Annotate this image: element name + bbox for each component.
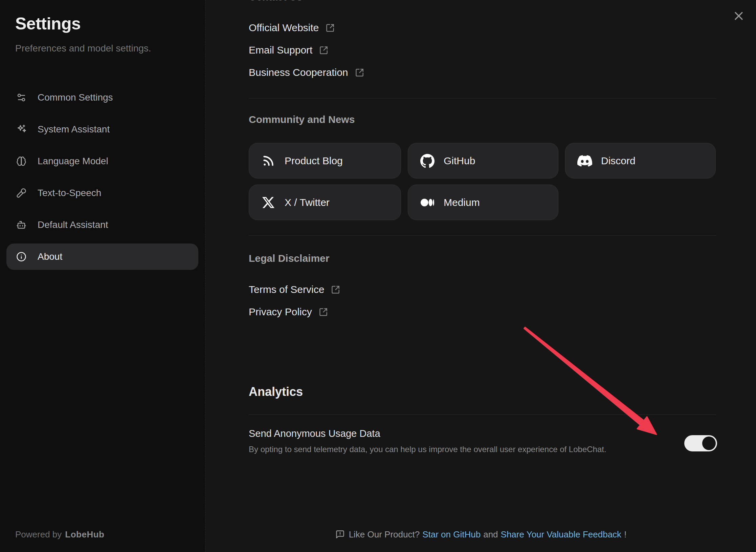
info-icon bbox=[16, 252, 26, 262]
product-footer: Like Our Product?Star on GitHubandShare … bbox=[206, 528, 756, 540]
button-label: GitHub bbox=[444, 155, 475, 167]
button-label: Product Blog bbox=[285, 155, 343, 167]
link-label: Business Cooperation bbox=[249, 67, 348, 78]
sidebar-item-default-assistant[interactable]: Default Assistant bbox=[6, 212, 198, 238]
sidebar-item-label: About bbox=[38, 251, 62, 262]
footer-text: and bbox=[483, 529, 498, 539]
powered-by: Powered byLobeHub bbox=[15, 529, 104, 540]
external-link-icon bbox=[326, 23, 335, 33]
link-label: Email Support bbox=[249, 44, 312, 56]
feedback-bubble-icon bbox=[335, 530, 345, 539]
sidebar-item-label: Common Settings bbox=[38, 92, 113, 103]
github-button[interactable]: GitHub bbox=[408, 143, 558, 178]
external-link-icon bbox=[319, 46, 328, 55]
legal-heading: Legal Disclaimer bbox=[249, 252, 716, 265]
github-icon bbox=[420, 153, 435, 168]
powered-by-text: Powered by bbox=[15, 529, 62, 539]
community-buttons-row-1: Product Blog GitHub Discord bbox=[249, 143, 716, 178]
privacy-policy-link[interactable]: Privacy Policy bbox=[249, 304, 716, 319]
button-label: Medium bbox=[444, 197, 480, 208]
usage-data-description: By opting to send telemetry data, you ca… bbox=[249, 444, 716, 455]
button-label: Discord bbox=[601, 155, 636, 167]
mic-icon bbox=[16, 188, 26, 198]
medium-icon bbox=[420, 195, 435, 210]
sidebar-item-system-assistant[interactable]: System Assistant bbox=[6, 116, 198, 143]
link-label: Official Website bbox=[249, 22, 319, 34]
community-buttons-row-2: X / Twitter Medium bbox=[249, 185, 716, 220]
community-heading: Community and News bbox=[249, 113, 716, 126]
close-icon bbox=[732, 9, 746, 24]
sidebar-item-label: Language Model bbox=[38, 156, 108, 167]
toggle-knob bbox=[702, 437, 716, 450]
product-blog-button[interactable]: Product Blog bbox=[249, 143, 401, 178]
brain-icon bbox=[16, 156, 26, 166]
page-subtitle: Preferences and model settings. bbox=[15, 43, 151, 54]
email-support-link[interactable]: Email Support bbox=[249, 43, 716, 58]
section-divider bbox=[249, 235, 716, 236]
close-button[interactable] bbox=[731, 8, 747, 24]
business-cooperation-link[interactable]: Business Cooperation bbox=[249, 65, 716, 80]
settings-nav: Common Settings System Assistant Languag… bbox=[6, 84, 198, 275]
official-website-link[interactable]: Official Website bbox=[249, 20, 716, 35]
sidebar-item-label: System Assistant bbox=[38, 124, 110, 135]
usage-data-toggle[interactable] bbox=[684, 435, 717, 451]
sidebar-item-text-to-speech[interactable]: Text-to-Speech bbox=[6, 180, 198, 206]
lobehub-logo: LobeHub bbox=[65, 529, 104, 539]
sidebar-item-label: Text-to-Speech bbox=[38, 188, 101, 198]
sidebar-item-common-settings[interactable]: Common Settings bbox=[6, 84, 198, 111]
x-logo-icon bbox=[261, 195, 276, 210]
button-label: X / Twitter bbox=[285, 197, 330, 208]
sparkles-icon bbox=[16, 124, 26, 134]
page-title: Settings bbox=[15, 14, 81, 34]
footer-text: ! bbox=[624, 529, 626, 539]
x-twitter-button[interactable]: X / Twitter bbox=[249, 185, 401, 220]
external-link-icon bbox=[355, 68, 364, 77]
settings-sidebar: Settings Preferences and model settings.… bbox=[0, 0, 205, 552]
sidebar-item-language-model[interactable]: Language Model bbox=[6, 148, 198, 174]
link-label: Terms of Service bbox=[249, 284, 324, 295]
terms-of-service-link[interactable]: Terms of Service bbox=[249, 282, 716, 297]
discord-button[interactable]: Discord bbox=[565, 143, 716, 178]
sidebar-item-about[interactable]: About bbox=[6, 243, 198, 270]
bot-icon bbox=[16, 220, 26, 230]
rss-icon bbox=[261, 153, 276, 168]
medium-button[interactable]: Medium bbox=[408, 185, 558, 220]
discord-icon bbox=[577, 153, 592, 168]
link-label: Privacy Policy bbox=[249, 306, 312, 318]
share-feedback-link[interactable]: Share Your Valuable Feedback bbox=[501, 529, 622, 539]
external-link-icon bbox=[331, 285, 340, 294]
sidebar-item-label: Default Assistant bbox=[38, 219, 108, 230]
footer-text: Like Our Product? bbox=[349, 529, 420, 539]
usage-data-title: Send Anonymous Usage Data bbox=[249, 427, 716, 440]
section-divider bbox=[249, 98, 716, 99]
sliders-icon bbox=[16, 92, 26, 103]
analytics-heading: Analytics bbox=[249, 384, 716, 399]
star-on-github-link[interactable]: Star on GitHub bbox=[422, 529, 481, 539]
external-link-icon bbox=[319, 307, 328, 317]
about-panel: Contact Us Official Website Email Suppor… bbox=[206, 0, 756, 552]
contact-us-heading: Contact Us bbox=[249, 0, 302, 3]
section-divider bbox=[249, 415, 716, 415]
